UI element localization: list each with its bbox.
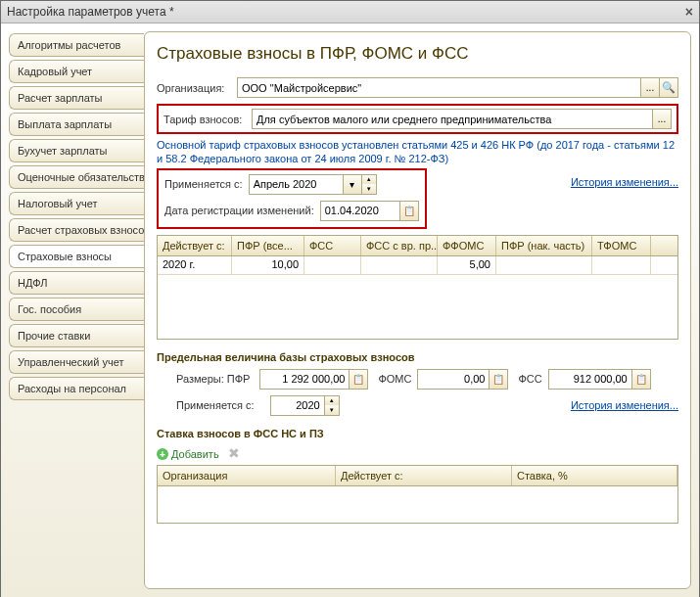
spin-up-icon[interactable]: ▲: [325, 396, 339, 406]
page-title: Страховые взносы в ПФР, ФОМС и ФСС: [157, 44, 678, 64]
tariff-label: Тариф взносов:: [163, 114, 246, 125]
calculator-icon: 📋: [635, 374, 647, 385]
body: Алгоритмы расчетов Кадровый учет Расчет …: [1, 23, 699, 597]
th-fss[interactable]: ФСС: [304, 236, 361, 255]
app-window: Настройка параметров учета * × Алгоритмы…: [0, 0, 700, 597]
tab-estimates[interactable]: Оценочные обязательства: [9, 165, 144, 189]
org-input[interactable]: ООО "Майстройсервис": [237, 77, 641, 98]
delete-button[interactable]: ✖: [228, 445, 240, 461]
tab-other-rates[interactable]: Прочие ставки: [9, 324, 144, 347]
add-button[interactable]: + Добавить: [157, 448, 219, 460]
th-ffoms[interactable]: ФФОМС: [438, 236, 496, 255]
spin-up-icon[interactable]: ▲: [362, 175, 376, 185]
fss-limit-input[interactable]: 912 000,00: [548, 369, 632, 390]
content-panel: Страховые взносы в ПФР, ФОМС и ФСС Орган…: [144, 31, 691, 589]
org-ellipsis-button[interactable]: ...: [641, 77, 660, 98]
search-icon: 🔍: [662, 81, 676, 94]
calculator-icon: 📋: [492, 374, 504, 385]
tab-ndfl[interactable]: НДФЛ: [9, 271, 144, 295]
tariff-highlight: Тариф взносов: Для субъектов малого или …: [157, 104, 678, 134]
rates-table: Действует с: ПФР (все... ФСС ФСС с вр. п…: [157, 235, 678, 340]
foms-calc-button[interactable]: 📋: [490, 369, 508, 390]
rates-thead: Действует с: ПФР (все... ФСС ФСС с вр. п…: [158, 236, 677, 256]
window-title: Настройка параметров учета *: [7, 5, 174, 19]
limits-row: Размеры: ПФР 1 292 000,00 📋 ФОМС 0,00 📋 …: [157, 369, 678, 390]
org-label: Организация:: [157, 82, 231, 94]
tab-tax[interactable]: Налоговый учет: [9, 192, 144, 215]
tab-mgmt[interactable]: Управленческий учет: [9, 350, 144, 374]
th-pfr[interactable]: ПФР (все...: [232, 236, 304, 255]
sizes-label: Размеры: ПФР: [176, 373, 250, 385]
th-eff[interactable]: Действует с:: [336, 466, 512, 485]
tab-salary-acct[interactable]: Бухучет зарплаты: [9, 139, 144, 162]
regdate-input[interactable]: 01.04.2020: [320, 201, 400, 221]
cell-fss-temp: [361, 256, 438, 274]
cell-tfoms: [592, 256, 651, 274]
fssns-thead: Организация Действует с: Ставка, %: [158, 466, 677, 486]
limits-history-link[interactable]: История изменения...: [571, 399, 678, 411]
table-row[interactable]: 2020 г. 10,00 5,00: [158, 256, 677, 275]
tab-ins-contrib[interactable]: Страховые взносы: [9, 245, 144, 268]
pfr-calc-button[interactable]: 📋: [350, 369, 368, 390]
sidebar: Алгоритмы расчетов Кадровый учет Расчет …: [1, 23, 144, 597]
spin-down-icon[interactable]: ▼: [325, 405, 339, 415]
tab-benefits[interactable]: Гос. пособия: [9, 298, 144, 321]
regdate-label: Дата регистрации изменений:: [164, 205, 314, 216]
th-effective[interactable]: Действует с:: [158, 236, 232, 255]
tariff-note: Основной тариф страховых взносов установ…: [157, 138, 678, 166]
fss-label: ФСС: [518, 373, 541, 385]
dates-highlight: Применяется с: Апрель 2020 ▾ ▲▼ Дата рег…: [157, 168, 427, 229]
limits-year-spinner[interactable]: ▲▼: [325, 395, 340, 416]
fss-calc-button[interactable]: 📋: [632, 369, 651, 390]
add-label: Добавить: [171, 448, 219, 460]
tariff-ellipsis-button[interactable]: ...: [653, 109, 672, 129]
th-pfr-acc[interactable]: ПФР (нак. часть): [496, 236, 592, 255]
cell-pfr: 10,00: [232, 256, 304, 274]
spin-down-icon[interactable]: ▼: [362, 184, 376, 194]
tariff-input[interactable]: Для субъектов малого или среднего предпр…: [252, 109, 653, 129]
titlebar: Настройка параметров учета * ×: [1, 1, 699, 23]
applies-input[interactable]: Апрель 2020: [249, 174, 344, 195]
cell-fss: [304, 256, 361, 274]
org-row: Организация: ООО "Майстройсервис" ... 🔍: [157, 77, 678, 98]
applies-dropdown-button[interactable]: ▾: [344, 174, 362, 195]
calculator-icon: 📋: [352, 374, 364, 385]
close-icon[interactable]: ×: [685, 4, 693, 20]
fssns-title: Ставка взносов в ФСС НС и ПЗ: [157, 428, 678, 439]
foms-limit-input[interactable]: 0,00: [417, 369, 490, 390]
fssns-toolbar: + Добавить ✖: [157, 445, 678, 461]
applies-spinner[interactable]: ▲▼: [362, 174, 377, 195]
cell-year: 2020 г.: [158, 256, 232, 274]
pfr-limit-input[interactable]: 1 292 000,00: [259, 369, 350, 390]
tab-salary-calc[interactable]: Расчет зарплаты: [9, 86, 144, 110]
foms-label: ФОМС: [378, 373, 411, 385]
limits-applies-label: Применяется с:: [176, 399, 255, 411]
tab-expenses[interactable]: Расходы на персонал: [9, 377, 144, 400]
org-search-button[interactable]: 🔍: [660, 77, 678, 98]
th-fss-temp[interactable]: ФСС с вр. пр...: [361, 236, 438, 255]
tab-hr[interactable]: Кадровый учет: [9, 60, 144, 83]
limits-title: Предельная величина базы страховых взнос…: [157, 351, 678, 363]
calendar-icon: 📋: [403, 206, 415, 216]
tab-salary-pay[interactable]: Выплата зарплаты: [9, 113, 144, 136]
tab-ins-calc[interactable]: Расчет страховых взносов: [9, 218, 144, 242]
tab-algorithms[interactable]: Алгоритмы расчетов: [9, 33, 144, 57]
th-org[interactable]: Организация: [158, 466, 336, 485]
plus-icon: +: [157, 448, 168, 460]
regdate-calendar-button[interactable]: 📋: [400, 201, 419, 221]
limits-year-input[interactable]: 2020: [270, 395, 325, 416]
history-link[interactable]: История изменения...: [571, 176, 678, 188]
cell-ffoms: 5,00: [438, 256, 496, 274]
th-rate[interactable]: Ставка, %: [512, 466, 677, 485]
chevron-down-icon: ▾: [350, 179, 354, 190]
th-tfoms[interactable]: ТФОМС: [592, 236, 651, 255]
limits-applies-row: Применяется с: 2020 ▲▼ История изменения…: [157, 395, 678, 416]
applies-label: Применяется с:: [164, 178, 243, 190]
fssns-table: Организация Действует с: Ставка, %: [157, 465, 678, 524]
cell-pfr-acc: [496, 256, 592, 274]
